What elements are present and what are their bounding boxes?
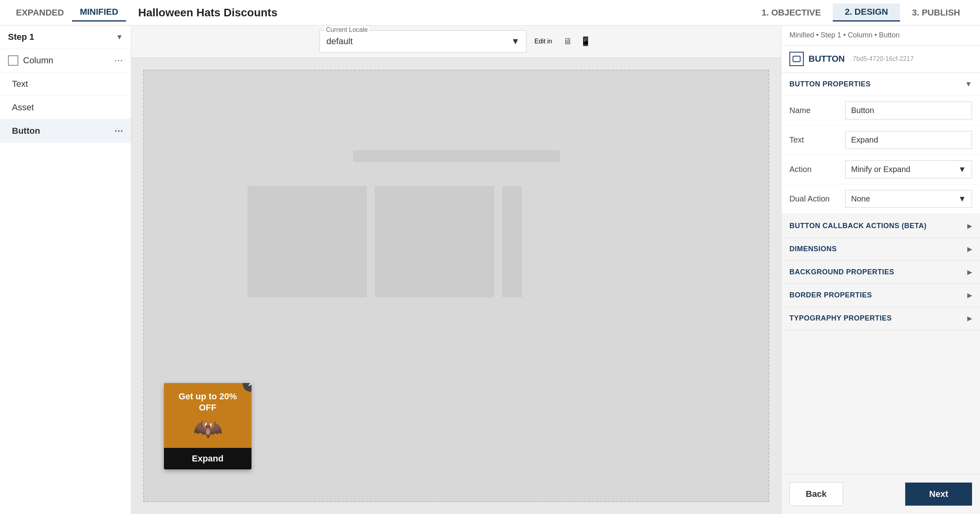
section-border-title: BORDER PROPERTIES — [789, 291, 872, 299]
placeholder-top — [353, 150, 560, 162]
widget-text: Get up to 20% OFF — [170, 391, 245, 414]
main-content: Step 1 ▼ Column ⋯ Text Asset Butto — [0, 25, 980, 514]
sidebar-item-text[interactable]: Text — [0, 72, 131, 96]
widget-bat-icon: 🦇 — [170, 417, 245, 441]
edit-in-label: Edit in — [534, 38, 552, 45]
page-title: Halloween Hats Discounts — [138, 6, 750, 19]
section-background-header[interactable]: BACKGROUND PROPERTIES ▶ — [781, 261, 980, 283]
sidebar-item-label-button: Button — [12, 126, 40, 136]
text-item-left: Text — [12, 79, 28, 89]
widget-content: Get up to 20% OFF 🦇 — [164, 383, 251, 448]
section-background-title: BACKGROUND PROPERTIES — [789, 268, 894, 276]
field-dual-action-chevron-icon: ▼ — [958, 194, 966, 203]
panel-footer: Back Next — [781, 474, 980, 514]
sidebar-item-column[interactable]: Column ⋯ — [0, 49, 131, 72]
locale-value: default — [326, 36, 353, 47]
button-properties-title: BUTTON PROPERTIES — [789, 80, 871, 88]
section-typography-header[interactable]: TYPOGRAPHY PROPERTIES ▶ — [781, 307, 980, 330]
sidebar-item-label-asset: Asset — [12, 102, 34, 113]
widget-card: ✕ Get up to 20% OFF 🦇 Expand — [164, 383, 251, 469]
panel-header: BUTTON 7bd5-4720-16cf-2217 — [781, 45, 980, 73]
field-text-label: Text — [789, 135, 845, 145]
column-icon — [8, 55, 18, 66]
placeholder-mid-right — [502, 186, 522, 297]
field-action-value: Minify or Expand — [851, 165, 910, 174]
widget-preview: ✕ Get up to 20% OFF 🦇 Expand — [164, 383, 251, 469]
locale-label: Current Locale — [324, 26, 369, 33]
section-background-arrow-icon: ▶ — [967, 268, 972, 276]
section-callback-header[interactable]: BUTTON CALLBACK ACTIONS (BETA) ▶ — [781, 215, 980, 237]
field-dual-action: Dual Action None ▼ — [781, 184, 980, 214]
section-border-header[interactable]: BORDER PROPERTIES ▶ — [781, 284, 980, 307]
sidebar-item-label-column: Column — [23, 55, 53, 66]
back-button[interactable]: Back — [789, 482, 843, 506]
field-name-input[interactable] — [845, 102, 972, 119]
section-typography: TYPOGRAPHY PROPERTIES ▶ — [781, 307, 980, 330]
canvas-frame: ✕ Get up to 20% OFF 🦇 Expand — [143, 70, 769, 502]
button-dots-icon[interactable]: ⋯ — [114, 126, 123, 136]
canvas-toolbar: Current Locale default ▼ Edit in 🖥 📱 — [131, 25, 781, 58]
section-dimensions-title: DIMENSIONS — [789, 245, 837, 253]
right-tabs: 1. OBJECTIVE 2. DESIGN 3. PUBLISH — [750, 4, 972, 21]
asset-item-left: Asset — [12, 102, 34, 113]
button-component-icon — [789, 52, 804, 66]
button-item-left: Button — [12, 126, 40, 136]
svg-rect-0 — [793, 56, 800, 62]
field-action-chevron-icon: ▼ — [958, 165, 966, 174]
tab-expanded[interactable]: EXPANDED — [8, 4, 72, 21]
component-name: BUTTON — [809, 54, 845, 64]
button-properties-section: BUTTON PROPERTIES ▼ Name Text Action Min… — [781, 73, 980, 214]
section-background: BACKGROUND PROPERTIES ▶ — [781, 261, 980, 284]
right-panel: Minified • Step 1 • Column • Button BUTT… — [781, 25, 980, 514]
section-dimensions: DIMENSIONS ▶ — [781, 238, 980, 261]
canvas-area: Current Locale default ▼ Edit in 🖥 📱 — [131, 25, 781, 514]
tab-publish[interactable]: 3. PUBLISH — [900, 4, 972, 21]
section-callback-arrow-icon: ▶ — [967, 222, 972, 230]
field-name: Name — [781, 96, 980, 125]
section-border-arrow-icon: ▶ — [967, 291, 972, 299]
sidebar-item-label-text: Text — [12, 79, 28, 89]
tab-design[interactable]: 2. DESIGN — [833, 4, 900, 21]
step-label: Step 1 — [8, 32, 34, 42]
canvas-main: ✕ Get up to 20% OFF 🦇 Expand — [131, 58, 781, 514]
tab-objective[interactable]: 1. OBJECTIVE — [750, 4, 833, 21]
top-bar: EXPANDED MINIFIED Halloween Hats Discoun… — [0, 0, 980, 25]
placeholder-mid-left — [247, 186, 367, 297]
field-text-input[interactable] — [845, 131, 972, 149]
section-dimensions-header[interactable]: DIMENSIONS ▶ — [781, 238, 980, 260]
desktop-icon[interactable]: 🖥 — [560, 34, 575, 49]
step-selector[interactable]: Step 1 ▼ — [0, 25, 131, 49]
section-border: BORDER PROPERTIES ▶ — [781, 284, 980, 307]
field-action: Action Minify or Expand ▼ — [781, 155, 980, 184]
field-dual-action-select[interactable]: None ▼ — [845, 190, 972, 208]
mobile-icon[interactable]: 📱 — [579, 34, 593, 49]
section-typography-arrow-icon: ▶ — [967, 315, 972, 322]
button-properties-toggle-icon: ▼ — [965, 80, 972, 88]
widget-expand-button[interactable]: Expand — [164, 448, 251, 469]
section-dimensions-arrow-icon: ▶ — [967, 245, 972, 253]
section-callback-title: BUTTON CALLBACK ACTIONS (BETA) — [789, 222, 927, 230]
sidebar-item-asset[interactable]: Asset — [0, 96, 131, 119]
field-dual-action-value: None — [851, 194, 870, 203]
locale-chevron-icon: ▼ — [511, 36, 520, 47]
next-button[interactable]: Next — [905, 483, 972, 506]
step-chevron-icon: ▼ — [116, 33, 123, 41]
field-action-select[interactable]: Minify or Expand ▼ — [845, 160, 972, 178]
field-dual-action-label: Dual Action — [789, 194, 845, 203]
field-text: Text — [781, 125, 980, 155]
left-sidebar: Step 1 ▼ Column ⋯ Text Asset Butto — [0, 25, 131, 514]
field-name-label: Name — [789, 106, 845, 115]
section-typography-title: TYPOGRAPHY PROPERTIES — [789, 314, 892, 322]
locale-selector: Current Locale default ▼ — [320, 30, 526, 53]
button-properties-header[interactable]: BUTTON PROPERTIES ▼ — [781, 73, 980, 96]
locale-dropdown[interactable]: default ▼ — [320, 30, 526, 53]
column-item-left: Column — [8, 55, 53, 66]
component-id: 7bd5-4720-16cf-2217 — [853, 55, 914, 63]
tab-minified[interactable]: MINIFIED — [72, 4, 127, 21]
sidebar-item-button[interactable]: Button ⋯ — [0, 119, 131, 143]
device-icons: 🖥 📱 — [560, 34, 593, 49]
section-callback: BUTTON CALLBACK ACTIONS (BETA) ▶ — [781, 215, 980, 238]
placeholder-mid-center — [375, 186, 494, 297]
breadcrumb: Minified • Step 1 • Column • Button — [781, 25, 980, 45]
column-dots-icon[interactable]: ⋯ — [114, 55, 123, 66]
